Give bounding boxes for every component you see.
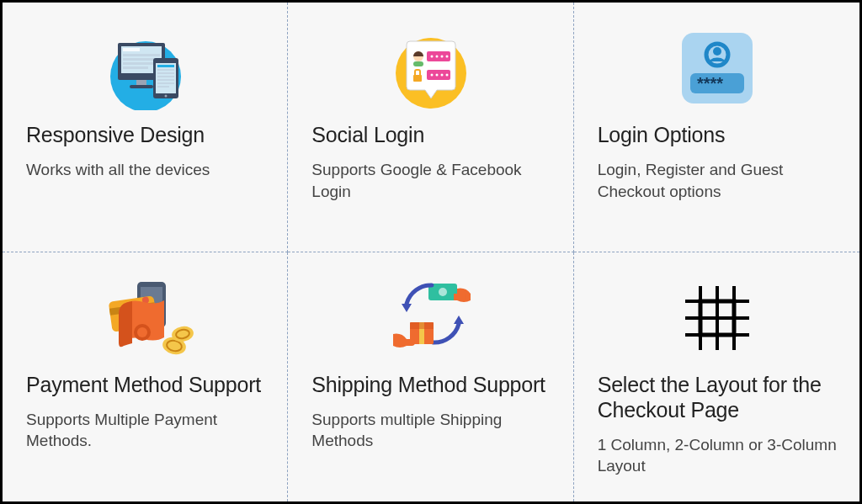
svg-point-33: [441, 73, 444, 76]
feature-title: Select the Layout for the Checkout Page: [598, 372, 838, 422]
feature-desc: Supports Multiple Payment Methods.: [26, 409, 265, 452]
svg-marker-54: [454, 316, 464, 324]
svg-point-19: [165, 95, 168, 98]
svg-rect-16: [157, 79, 174, 81]
svg-rect-17: [157, 82, 174, 84]
svg-point-24: [431, 55, 434, 57]
feature-title: Payment Method Support: [26, 372, 265, 397]
feature-grid: Responsive Design Works with all the dev…: [0, 0, 862, 504]
feature-desc: 1 Column, 2-Column or 3-Column Layout: [598, 434, 838, 477]
svg-text:****: ****: [697, 74, 723, 93]
svg-rect-22: [413, 61, 423, 66]
svg-rect-8: [136, 80, 146, 85]
feature-responsive-design: Responsive Design Works with all the dev…: [3, 3, 288, 252]
login-options-icon: ****: [598, 21, 838, 115]
feature-desc: Works with all the devices: [26, 159, 265, 181]
feature-social-login: Social Login Supports Google & Facebook …: [288, 3, 573, 252]
shipping-method-icon: [311, 271, 551, 365]
svg-point-27: [446, 55, 449, 57]
svg-point-25: [436, 55, 439, 57]
svg-rect-29: [413, 75, 422, 82]
svg-rect-7: [123, 66, 148, 69]
svg-rect-11: [156, 63, 176, 93]
svg-point-46: [137, 327, 147, 337]
feature-shipping-method: Shipping Method Support Supports multipl…: [288, 252, 573, 502]
feature-desc: Supports multiple Shipping Methods: [311, 409, 551, 452]
svg-rect-13: [157, 69, 174, 71]
svg-rect-15: [157, 76, 174, 77]
svg-rect-58: [410, 322, 434, 329]
feature-title: Login Options: [598, 122, 838, 147]
svg-point-26: [441, 55, 444, 57]
svg-rect-18: [157, 86, 169, 88]
social-login-icon: [311, 21, 551, 115]
svg-rect-14: [157, 72, 174, 74]
svg-marker-53: [402, 304, 412, 312]
feature-title: Responsive Design: [26, 122, 265, 147]
svg-point-31: [431, 73, 434, 76]
payment-method-icon: [26, 271, 265, 365]
layout-grid-icon: [598, 271, 838, 365]
svg-rect-4: [123, 54, 160, 56]
feature-payment-method: Payment Method Support Supports Multiple…: [3, 252, 288, 502]
svg-rect-12: [157, 65, 174, 67]
svg-point-37: [713, 47, 721, 56]
feature-layout-select: Select the Layout for the Checkout Page …: [574, 252, 859, 502]
svg-point-32: [436, 73, 439, 76]
responsive-design-icon: [26, 21, 265, 115]
svg-rect-3: [123, 48, 140, 51]
svg-point-52: [439, 288, 447, 296]
svg-point-34: [446, 73, 449, 76]
feature-desc: Login, Register and Guest Checkout optio…: [598, 159, 838, 202]
feature-login-options: **** Login Options Login, Register and G…: [574, 3, 859, 252]
feature-desc: Supports Google & Facebook Login: [311, 159, 551, 202]
feature-title: Shipping Method Support: [311, 372, 551, 397]
feature-title: Social Login: [311, 122, 551, 147]
svg-rect-9: [130, 85, 153, 88]
